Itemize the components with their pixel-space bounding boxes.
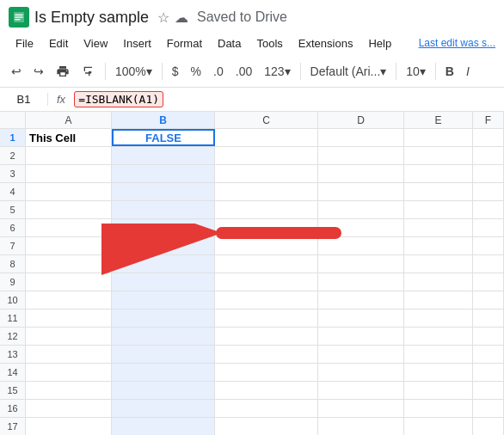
decimal-decrease-button[interactable]: .0 bbox=[209, 62, 228, 81]
decimal-increase-button[interactable]: .00 bbox=[231, 62, 256, 81]
divider-1 bbox=[105, 63, 106, 80]
cell-e2[interactable] bbox=[404, 147, 473, 164]
cell-d2[interactable] bbox=[318, 147, 404, 164]
number-format-label: 123 bbox=[264, 64, 284, 78]
cell-reference[interactable]: B1 bbox=[5, 93, 48, 106]
table-row: 3 bbox=[0, 165, 504, 183]
cell-e1[interactable] bbox=[404, 129, 473, 146]
row-number-8: 8 bbox=[0, 255, 26, 273]
formula-content: =ISBLANK(A1) bbox=[74, 93, 163, 106]
table-row: 17 bbox=[0, 418, 504, 435]
table-row: 2 bbox=[0, 147, 504, 165]
cell-b2[interactable] bbox=[112, 147, 215, 164]
table-row: 5 bbox=[0, 201, 504, 219]
col-header-c[interactable]: C bbox=[215, 112, 318, 128]
row-number-6: 6 bbox=[0, 219, 26, 236]
cell-c2[interactable] bbox=[215, 147, 318, 164]
font-chevron-icon: ▾ bbox=[380, 64, 386, 78]
zoom-value: 100% bbox=[115, 64, 146, 78]
title-icons: ☆ ☁ Saved to Drive bbox=[157, 9, 287, 26]
font-button[interactable]: Default (Ari... ▾ bbox=[306, 62, 391, 81]
fx-icon: fx bbox=[57, 93, 65, 106]
row-number-9: 9 bbox=[0, 273, 26, 291]
column-headers: A B C D E F bbox=[0, 112, 504, 129]
table-row: 6 bbox=[0, 219, 504, 237]
menu-file[interactable]: File bbox=[9, 34, 40, 52]
divider-5 bbox=[435, 63, 436, 80]
percent-button[interactable]: % bbox=[187, 62, 206, 81]
cell-f1[interactable] bbox=[473, 129, 504, 146]
cell-d1[interactable] bbox=[318, 129, 404, 146]
cell-c1[interactable] bbox=[215, 129, 318, 146]
spreadsheet: A B C D E F 1 This Cell FALSE 2 bbox=[0, 112, 504, 435]
menu-tools[interactable]: Tools bbox=[249, 34, 289, 52]
paint-format-button[interactable] bbox=[77, 62, 100, 81]
italic-button[interactable]: I bbox=[462, 62, 474, 81]
table-row: 14 bbox=[0, 364, 504, 382]
zoom-button[interactable]: 100% ▾ bbox=[111, 62, 157, 81]
menu-help[interactable]: Help bbox=[361, 34, 398, 52]
col-header-e[interactable]: E bbox=[404, 112, 473, 128]
spreadsheet-wrapper: A B C D E F 1 This Cell FALSE 2 bbox=[0, 112, 504, 435]
row-number-5: 5 bbox=[0, 201, 26, 218]
divider-4 bbox=[396, 63, 396, 80]
row-number-17: 17 bbox=[0, 418, 26, 435]
svg-rect-3 bbox=[15, 19, 20, 20]
rows-container: 1 This Cell FALSE 2 3 bbox=[0, 129, 504, 435]
last-edit-link[interactable]: Last edit was s... bbox=[419, 37, 495, 49]
svg-rect-1 bbox=[15, 15, 22, 15]
row-number-13: 13 bbox=[0, 346, 26, 363]
doc-title: Is Empty sample bbox=[34, 9, 149, 27]
col-header-d[interactable]: D bbox=[318, 112, 404, 128]
font-size-chevron-icon: ▾ bbox=[420, 64, 426, 78]
row-number-2: 2 bbox=[0, 147, 26, 164]
toolbar: ↩ ↪ 100% ▾ $ % .0 .00 123 ▾ Default (Ari… bbox=[0, 55, 504, 88]
print-button[interactable] bbox=[52, 62, 74, 81]
row-number-1: 1 bbox=[0, 129, 26, 146]
font-size-button[interactable]: 10 ▾ bbox=[402, 62, 430, 81]
row-number-16: 16 bbox=[0, 400, 26, 417]
table-row: 15 bbox=[0, 382, 504, 400]
menu-view[interactable]: View bbox=[77, 34, 114, 52]
row-number-7: 7 bbox=[0, 237, 26, 254]
saved-status: Saved to Drive bbox=[197, 9, 287, 25]
table-row: 4 bbox=[0, 183, 504, 201]
cell-a1[interactable]: This Cell bbox=[26, 129, 112, 146]
cell-b1[interactable]: FALSE bbox=[112, 129, 215, 146]
star-icon[interactable]: ☆ bbox=[157, 9, 169, 26]
zoom-chevron-icon: ▾ bbox=[146, 64, 152, 78]
row-number-14: 14 bbox=[0, 364, 26, 381]
cell-a2[interactable] bbox=[26, 147, 112, 164]
col-header-a[interactable]: A bbox=[26, 112, 112, 128]
svg-rect-2 bbox=[15, 16, 22, 17]
number-format-button[interactable]: 123 ▾ bbox=[260, 62, 294, 81]
undo-button[interactable]: ↩ bbox=[7, 62, 26, 81]
menu-edit[interactable]: Edit bbox=[42, 34, 75, 52]
row-number-3: 3 bbox=[0, 165, 26, 182]
row-number-12: 12 bbox=[0, 328, 26, 345]
col-header-f[interactable]: F bbox=[473, 112, 504, 128]
redo-button[interactable]: ↪ bbox=[29, 62, 48, 81]
menu-insert[interactable]: Insert bbox=[116, 34, 158, 52]
sheets-logo bbox=[9, 7, 29, 28]
cloud-icon: ☁ bbox=[175, 9, 188, 26]
row-number-10: 10 bbox=[0, 291, 26, 309]
bold-button[interactable]: B bbox=[441, 62, 458, 81]
row-number-11: 11 bbox=[0, 309, 26, 327]
table-row: 7 bbox=[0, 237, 504, 255]
table-row: 9 bbox=[0, 273, 504, 291]
formula-value[interactable]: =ISBLANK(A1) bbox=[74, 91, 163, 107]
menu-bar: File Edit View Insert Format Data Tools … bbox=[0, 31, 504, 55]
font-size-value: 10 bbox=[406, 64, 420, 78]
number-format-chevron-icon: ▾ bbox=[285, 64, 291, 78]
col-header-b[interactable]: B bbox=[112, 112, 215, 128]
menu-format[interactable]: Format bbox=[160, 34, 209, 52]
table-row: 11 bbox=[0, 309, 504, 328]
cell-f2[interactable] bbox=[473, 147, 504, 164]
formula-bar: B1 fx =ISBLANK(A1) bbox=[0, 88, 504, 112]
menu-data[interactable]: Data bbox=[211, 34, 248, 52]
title-bar: Is Empty sample ☆ ☁ Saved to Drive bbox=[0, 0, 504, 31]
currency-button[interactable]: $ bbox=[168, 62, 183, 81]
table-row: 13 bbox=[0, 346, 504, 364]
menu-extensions[interactable]: Extensions bbox=[292, 34, 360, 52]
